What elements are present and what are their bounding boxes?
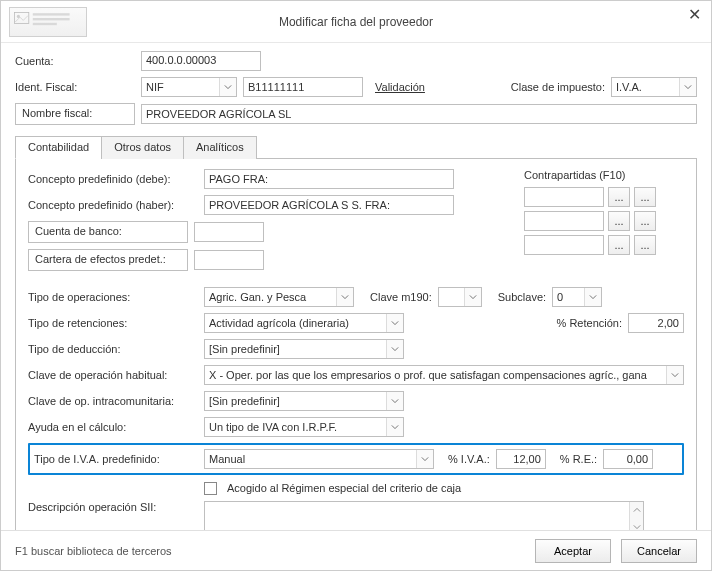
acogido-label: Acogido al Régimen especial del criterio… [227,482,461,494]
svg-rect-2 [33,13,70,15]
contrapartida-lookup-1[interactable]: ... [608,187,630,207]
tab-analiticos[interactable]: Analíticos [183,136,257,159]
tipo-oper-combo[interactable]: Agric. Gan. y Pesca [204,287,354,307]
contrapartida-input-1[interactable] [524,187,604,207]
tipo-iva-pred-label: Tipo de I.V.A. predefinido: [34,453,198,465]
dialog-title: Modificar ficha del proveedor [279,15,433,29]
cuenta-label: Cuenta: [15,55,135,67]
contrapartidas-label: Contrapartidas (F10) [524,169,684,181]
chevron-down-icon[interactable] [679,78,696,96]
svg-rect-4 [33,23,57,25]
subclave-label: Subclave: [498,291,546,303]
concepto-debe-label: Concepto predefinido (debe): [28,173,198,185]
clave-op-hab-label: Clave de operación habitual: [28,369,198,381]
cuenta-field: 400.0.0.00003 [141,51,261,71]
tabs: Contabilidad Otros datos Analíticos [15,135,697,159]
chevron-down-icon[interactable] [584,288,601,306]
chevron-down-icon[interactable] [464,288,481,306]
contrapartida-input-2[interactable] [524,211,604,231]
ayuda-calc-label: Ayuda en el cálculo: [28,421,198,433]
pct-re-input[interactable] [603,449,653,469]
chevron-down-icon[interactable] [666,366,683,384]
desc-sii-label: Descripción operación SII: [28,501,198,513]
ident-fiscal-label: Ident. Fiscal: [15,81,135,93]
clave-m190-combo[interactable] [438,287,482,307]
concepto-haber-label: Concepto predefinido (haber): [28,199,198,211]
tab-contabilidad[interactable]: Contabilidad [15,136,102,159]
tipo-ded-combo[interactable]: [Sin predefinir] [204,339,404,359]
provider-edit-dialog: Modificar ficha del proveedor ✕ Cuenta: … [0,0,712,571]
contrapartida-lookup-3[interactable]: ... [608,235,630,255]
ayuda-calc-combo[interactable]: Un tipo de IVA con I.R.P.F. [204,417,404,437]
validacion-link[interactable]: Validación [369,81,425,93]
contrapartida-lookup-2b[interactable]: ... [634,211,656,231]
close-icon[interactable]: ✕ [688,5,701,24]
tipo-ded-label: Tipo de deducción: [28,343,198,355]
chevron-down-icon[interactable] [219,78,236,96]
clave-op-hab-combo[interactable]: X - Oper. por las que los empresarios o … [204,365,684,385]
pct-iva-label: % I.V.A.: [448,453,490,465]
chevron-down-icon[interactable] [336,288,353,306]
contrapartida-lookup-1b[interactable]: ... [634,187,656,207]
contrapartida-lookup-3b[interactable]: ... [634,235,656,255]
tab-otros-datos[interactable]: Otros datos [101,136,184,159]
tipo-oper-label: Tipo de operaciones: [28,291,198,303]
clave-op-intra-label: Clave de op. intracomunitaria: [28,395,198,407]
ident-value-input[interactable] [243,77,363,97]
app-logo-icon [9,7,87,37]
tipo-iva-predefinido-row: Tipo de I.V.A. predefinido: Manual % I.V… [28,443,684,475]
concepto-debe-input[interactable] [204,169,454,189]
tipo-ret-combo[interactable]: Actividad agrícola (dineraria) [204,313,404,333]
footer-hint: F1 buscar biblioteca de terceros [15,545,172,557]
chevron-down-icon[interactable] [386,392,403,410]
clase-impuesto-label: Clase de impuesto: [511,81,605,93]
chevron-down-icon[interactable] [386,340,403,358]
svg-rect-3 [33,18,70,20]
pct-iva-input[interactable] [496,449,546,469]
clave-m190-label: Clave m190: [370,291,432,303]
contrapartida-lookup-2[interactable]: ... [608,211,630,231]
tab-pane-contabilidad: Concepto predefinido (debe): Concepto pr… [15,159,697,552]
ident-type-combo[interactable]: NIF [141,77,237,97]
cancel-button[interactable]: Cancelar [621,539,697,563]
pct-retencion-label: % Retención: [557,317,622,329]
subclave-combo[interactable]: 0 [552,287,602,307]
clase-impuesto-combo[interactable]: I.V.A. [611,77,697,97]
chevron-down-icon[interactable] [386,314,403,332]
pct-re-label: % R.E.: [560,453,597,465]
spinner-up-icon[interactable] [630,502,643,519]
tipo-iva-pred-combo[interactable]: Manual [204,449,434,469]
contrapartida-input-3[interactable] [524,235,604,255]
clave-op-intra-combo[interactable]: [Sin predefinir] [204,391,404,411]
cuenta-banco-label: Cuenta de banco: [28,221,188,243]
cartera-label: Cartera de efectos predet.: [28,249,188,271]
nombre-fiscal-input[interactable] [141,104,697,124]
titlebar: Modificar ficha del proveedor ✕ [1,1,711,43]
cartera-input[interactable] [194,250,264,270]
cuenta-banco-input[interactable] [194,222,264,242]
acogido-checkbox[interactable] [204,481,221,495]
dialog-footer: F1 buscar biblioteca de terceros Aceptar… [1,530,711,570]
tipo-ret-label: Tipo de retenciones: [28,317,198,329]
pct-retencion-input[interactable] [628,313,684,333]
nombre-fiscal-label: Nombre fiscal: [15,103,135,125]
concepto-haber-input[interactable] [204,195,454,215]
svg-rect-0 [14,12,28,23]
chevron-down-icon[interactable] [416,450,433,468]
accept-button[interactable]: Aceptar [535,539,611,563]
chevron-down-icon[interactable] [386,418,403,436]
